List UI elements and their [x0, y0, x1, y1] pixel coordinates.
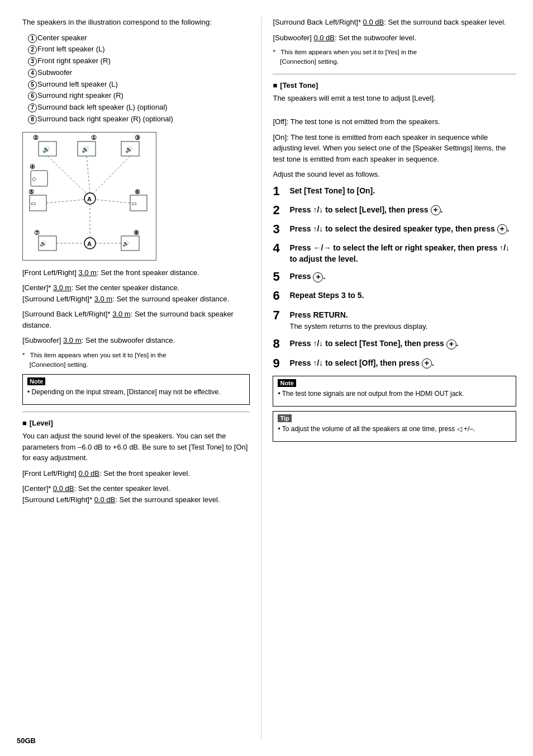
divider	[22, 412, 250, 412]
svg-line-24	[96, 200, 130, 203]
divider-right	[273, 74, 516, 74]
level-p3: [Center]* 0.0 dB: Set the center speaker…	[22, 483, 250, 505]
svg-text:③: ③	[135, 134, 140, 141]
step-3: 3 Press ↑/↓ to select the desired speake…	[273, 223, 516, 236]
list-item: 2Front left speaker (L)	[28, 44, 250, 55]
step-number: 4	[273, 242, 289, 255]
distance-footnote: * This item appears when you set it to […	[22, 351, 250, 370]
step-text: Press ←/→ to select the left or right sp…	[289, 242, 516, 264]
step-text: Repeat Steps 3 to 5.	[289, 289, 364, 301]
note-text: • The test tone signals are not output f…	[278, 389, 511, 399]
list-item: 8Surround back right speaker (R) (option…	[28, 114, 250, 125]
svg-text:②: ②	[33, 134, 39, 141]
level-cont-p2: [Subwoofer] 0.0 dB: Set the subwoofer le…	[273, 32, 516, 44]
list-item: 5Surround left speaker (L)	[28, 79, 250, 91]
test-tone-p1: The speakers will emit a test tone to ad…	[273, 93, 516, 104]
svg-text:①: ①	[91, 134, 97, 141]
note-box-test-tone: Note • The test tone signals are not out…	[273, 376, 516, 407]
right-column: [Surround Back Left/Right]* 0.0 dB: Set …	[261, 17, 516, 739]
svg-text:⑥: ⑥	[135, 188, 140, 195]
step-number: 6	[273, 289, 289, 303]
diagram-svg: 🔊 ② 🔊 ① 🔊 ③ ◇ ④ A	[22, 132, 156, 261]
svg-text:▭: ▭	[31, 200, 36, 206]
level-p2: [Front Left/Right] 0.0 dB: Set the front…	[22, 468, 250, 479]
distance-p1: [Front Left/Right] 3.0 m: Set the front …	[22, 267, 250, 278]
svg-text:◇: ◇	[32, 176, 36, 182]
note-text: • Depending on the input stream, [Distan…	[27, 387, 245, 397]
svg-text:A: A	[87, 196, 92, 202]
svg-text:⑦: ⑦	[34, 229, 40, 236]
test-tone-p4: Adjust the sound level as follows.	[273, 169, 516, 180]
tip-box: Tip • To adjust the volume of all the sp…	[273, 411, 516, 442]
level-section-title: [Level]	[22, 419, 250, 427]
svg-text:🔊: 🔊	[40, 240, 47, 247]
note-box-distance: Note • Depending on the input stream, [D…	[22, 374, 250, 405]
step-number: 5	[273, 270, 289, 284]
distance-p3: [Surround Back Left/Right]* 3.0 m: Set t…	[22, 309, 250, 330]
svg-line-16	[93, 156, 130, 194]
test-tone-p2: [Off]: The test tone is not emitted from…	[273, 116, 516, 127]
step-6: 6 Repeat Steps 3 to 5.	[273, 289, 516, 303]
step-text: Press RETURN.The system returns to the p…	[289, 309, 427, 332]
note-title: Note	[27, 377, 45, 385]
list-item: 4Subwoofer	[28, 67, 250, 79]
list-item: 6Surround right speaker (R)	[28, 90, 250, 102]
step-text: Press ↑/↓ to select [Level], then press …	[289, 204, 442, 216]
page-number: 50GB	[17, 736, 36, 745]
level-footnote: * This item appears when you set it to […	[273, 48, 516, 67]
step-number: 8	[273, 337, 289, 351]
list-item: 1Center speaker	[28, 32, 250, 44]
test-tone-p3: [On]: The test tone is emitted from each…	[273, 132, 516, 165]
step-number: 1	[273, 185, 289, 198]
svg-text:⑧: ⑧	[134, 229, 139, 236]
speaker-list: 1Center speaker 2Front left speaker (L) …	[28, 32, 250, 125]
svg-text:▭: ▭	[131, 200, 136, 206]
step-number: 7	[273, 309, 289, 322]
step-text: Press ↑/↓ to select [Test Tone], then pr…	[289, 337, 458, 349]
left-column: The speakers in the illustration corresp…	[22, 17, 261, 739]
test-tone-title: [Test Tone]	[273, 81, 516, 89]
step-5: 5 Press +.	[273, 270, 516, 284]
svg-text:🔊: 🔊	[122, 240, 130, 247]
list-item: 7Surround back left speaker (L) (optiona…	[28, 102, 250, 114]
svg-text:⑤: ⑤	[28, 188, 34, 195]
step-7: 7 Press RETURN.The system returns to the…	[273, 309, 516, 332]
tip-title: Tip	[278, 414, 291, 422]
speaker-diagram: 🔊 ② 🔊 ① 🔊 ③ ◇ ④ A	[22, 132, 250, 261]
svg-line-14	[47, 156, 87, 194]
level-cont-p1: [Surround Back Left/Right]* 0.0 dB: Set …	[273, 17, 516, 28]
step-1: 1 Set [Test Tone] to [On].	[273, 185, 516, 198]
intro-text: The speakers in the illustration corresp…	[22, 17, 250, 28]
step-number: 2	[273, 204, 289, 217]
step-text: Press ↑/↓ to select [Off], then press +.	[289, 357, 434, 369]
step-number: 3	[273, 223, 289, 236]
step-8: 8 Press ↑/↓ to select [Test Tone], then …	[273, 337, 516, 351]
svg-text:🔊: 🔊	[125, 145, 133, 153]
page: The speakers in the illustration corresp…	[0, 0, 533, 756]
level-p1: You can adjust the sound level of the sp…	[22, 431, 250, 464]
list-item: 3Front right speaker (R)	[28, 55, 250, 67]
note-title: Note	[278, 379, 296, 387]
step-9: 9 Press ↑/↓ to select [Off], then press …	[273, 357, 516, 370]
step-4: 4 Press ←/→ to select the left or right …	[273, 242, 516, 264]
distance-p2: [Center]* 3.0 m: Set the center speaker …	[22, 282, 250, 304]
svg-text:🔊: 🔊	[82, 145, 89, 153]
step-text: Press ↑/↓ to select the desired speaker …	[289, 223, 509, 235]
svg-line-15	[87, 156, 90, 193]
distance-p4: [Subwoofer] 3.0 m: Set the subwoofer dis…	[22, 335, 250, 346]
step-text: Press +.	[289, 270, 325, 282]
svg-text:④: ④	[30, 163, 35, 170]
svg-line-23	[46, 200, 84, 203]
step-2: 2 Press ↑/↓ to select [Level], then pres…	[273, 204, 516, 217]
step-text: Set [Test Tone] to [On].	[289, 185, 375, 197]
tip-text: • To adjust the volume of all the speake…	[278, 424, 511, 434]
step-number: 9	[273, 357, 289, 370]
svg-text:🔊: 🔊	[42, 145, 50, 153]
svg-text:A: A	[87, 240, 92, 247]
